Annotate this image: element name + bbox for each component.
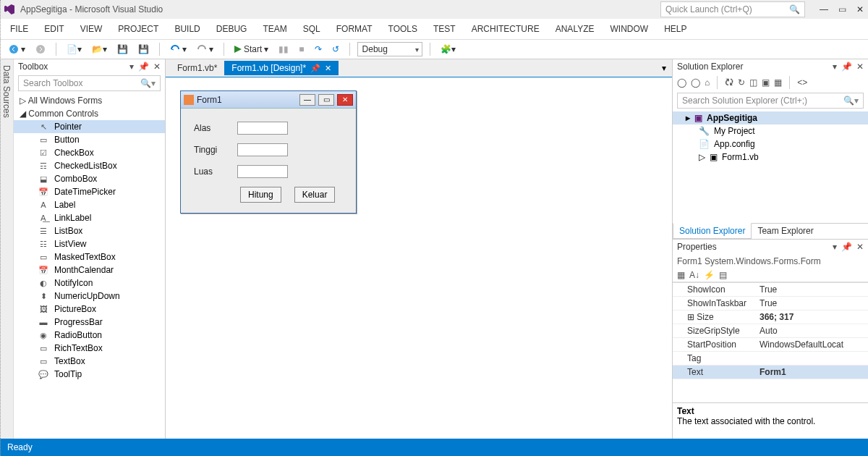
property-row[interactable]: ⊞ Size366; 317: [673, 311, 868, 324]
home-icon[interactable]: ⌂: [705, 77, 710, 88]
menu-file[interactable]: FILE: [10, 24, 28, 34]
toolbox-category[interactable]: ▷ All Windows Forms: [14, 94, 165, 107]
stop-button[interactable]: ■: [296, 43, 307, 56]
pin-icon[interactable]: 📌: [310, 64, 320, 73]
pin-icon[interactable]: 📌: [841, 62, 852, 72]
toolbox-item-checkedlistbox[interactable]: ☶CheckedListBox: [14, 159, 165, 172]
tab-overflow-icon[interactable]: ▾: [656, 63, 672, 73]
solution-item[interactable]: 🔧 My Project: [673, 124, 868, 138]
hitung-button[interactable]: Hitung: [240, 187, 281, 203]
toolbox-item-monthcalendar[interactable]: 📅MonthCalendar: [14, 263, 165, 276]
form-max-icon[interactable]: ▭: [318, 94, 334, 106]
save-all-button[interactable]: 💾: [135, 43, 152, 56]
toolbox-item-linklabel[interactable]: A͟LinkLabel: [14, 211, 165, 224]
start-button[interactable]: Start ▾: [231, 43, 271, 56]
step-into-button[interactable]: ↷: [312, 43, 325, 56]
toolbox-item-pointer[interactable]: ↖Pointer: [14, 120, 165, 133]
property-row[interactable]: ShowIconTrue: [673, 283, 868, 297]
panel-tab[interactable]: Team Explorer: [752, 224, 819, 239]
toolbox-item-listview[interactable]: ☷ListView: [14, 237, 165, 250]
properties-icon[interactable]: ▦: [774, 77, 782, 88]
dropdown-icon[interactable]: ▾: [833, 242, 837, 252]
menu-debug[interactable]: DEBUG: [216, 24, 247, 34]
solution-search[interactable]: Search Solution Explorer (Ctrl+;) 🔍▾: [677, 93, 864, 109]
solution-root[interactable]: ▸ ▣ AppSegitiga: [673, 111, 868, 124]
menu-build[interactable]: BUILD: [174, 24, 200, 34]
collapse-icon[interactable]: ▣: [762, 77, 770, 88]
keluar-button[interactable]: Keluar: [294, 187, 336, 203]
property-row[interactable]: TextForm1: [673, 366, 868, 379]
pin-icon[interactable]: 📌: [841, 242, 852, 252]
luas-input[interactable]: [237, 165, 288, 178]
property-row[interactable]: StartPositionWindowsDefaultLocat: [673, 338, 868, 352]
menu-view[interactable]: VIEW: [80, 24, 103, 34]
solution-item[interactable]: ▷ ▣ Form1.vb: [673, 151, 868, 164]
pin-icon[interactable]: 📌: [138, 62, 149, 72]
properties-object[interactable]: Form1 System.Windows.Forms.Form: [673, 254, 868, 269]
document-tab[interactable]: Form1.vb [Design]* 📌✕: [224, 61, 339, 75]
menu-architecture[interactable]: ARCHITECTURE: [472, 24, 540, 34]
sync-icon[interactable]: ↻: [738, 77, 745, 88]
config-dropdown[interactable]: Debug: [357, 42, 422, 56]
menu-tools[interactable]: TOOLS: [388, 24, 417, 34]
toolbox-item-numericupdown[interactable]: ⬍NumericUpDown: [14, 290, 165, 303]
toolbox-item-tooltip[interactable]: 💬ToolTip: [14, 368, 165, 381]
toolbox-item-richtextbox[interactable]: ▭RichTextBox: [14, 342, 165, 355]
nav-back-button[interactable]: ▾: [6, 43, 28, 56]
property-row[interactable]: ShowInTaskbarTrue: [673, 297, 868, 311]
refresh-icon[interactable]: 🗘: [725, 77, 733, 88]
tinggi-input[interactable]: [237, 143, 288, 156]
events-icon[interactable]: ⚡: [704, 270, 715, 280]
toolbox-item-maskedtextbox[interactable]: ▭MaskedTextBox: [14, 250, 165, 263]
categorized-icon[interactable]: ▦: [677, 270, 685, 280]
menu-project[interactable]: PROJECT: [118, 24, 158, 34]
code-view-icon[interactable]: <>: [797, 77, 807, 88]
close-panel-icon[interactable]: ✕: [856, 242, 864, 252]
panel-tab[interactable]: Solution Explorer: [673, 223, 752, 239]
form-min-icon[interactable]: —: [299, 94, 315, 106]
property-row[interactable]: Tag: [673, 352, 868, 366]
save-button[interactable]: 💾: [114, 43, 131, 56]
alphabetical-icon[interactable]: A↓: [689, 270, 699, 280]
dropdown-icon[interactable]: ▾: [129, 62, 134, 72]
toolbox-item-label[interactable]: ALabel: [14, 198, 165, 211]
toolbox-item-textbox[interactable]: ▭TextBox: [14, 355, 165, 368]
close-panel-icon[interactable]: ✕: [856, 62, 864, 72]
nav-fwd-icon[interactable]: ◯: [691, 77, 700, 88]
step-over-button[interactable]: ↺: [329, 43, 342, 56]
property-pages-icon[interactable]: ▤: [719, 270, 727, 280]
pause-button[interactable]: ▮▮: [276, 43, 292, 56]
toolbox-item-listbox[interactable]: ☰ListBox: [14, 224, 165, 237]
toolbox-item-notifyicon[interactable]: ◐NotifyIcon: [14, 276, 165, 290]
document-tab[interactable]: Form1.vb*: [170, 61, 224, 75]
quick-launch-input[interactable]: Quick Launch (Ctrl+Q) 🔍: [660, 1, 805, 17]
data-sources-tab[interactable]: Data Sources: [0, 59, 14, 439]
toolbox-item-progressbar[interactable]: ▬ProgressBar: [14, 316, 165, 329]
tab-close-icon[interactable]: ✕: [325, 64, 331, 73]
form-designer-window[interactable]: Form1 — ▭ ✕ AlasTinggiLuasHitungKeluar: [180, 90, 357, 214]
dropdown-icon[interactable]: ▾: [833, 62, 837, 72]
show-all-icon[interactable]: ◫: [749, 77, 757, 88]
minimize-icon[interactable]: —: [820, 4, 828, 14]
solution-item[interactable]: 📄 App.config: [673, 138, 868, 151]
menu-analyze[interactable]: ANALYZE: [556, 24, 595, 34]
close-panel-icon[interactable]: ✕: [153, 62, 161, 72]
toolbox-item-checkbox[interactable]: ☑CheckBox: [14, 146, 165, 159]
alas-input[interactable]: [237, 122, 288, 135]
toolbox-item-combobox[interactable]: ⬓ComboBox: [14, 172, 165, 185]
undo-button[interactable]: ▾: [167, 43, 190, 56]
menu-window[interactable]: WINDOW: [610, 24, 649, 34]
toolbox-category[interactable]: ◢ Common Controls: [14, 107, 165, 120]
form-close-icon[interactable]: ✕: [337, 94, 353, 106]
menu-edit[interactable]: EDIT: [44, 24, 64, 34]
menu-team[interactable]: TEAM: [263, 24, 286, 34]
toolbox-item-picturebox[interactable]: 🖼PictureBox: [14, 303, 165, 316]
menu-test[interactable]: TEST: [433, 24, 456, 34]
extension-button[interactable]: 🧩▾: [438, 43, 459, 56]
open-button[interactable]: 📂▾: [89, 43, 110, 56]
new-project-button[interactable]: 📄▾: [64, 43, 85, 56]
property-row[interactable]: SizeGripStyleAuto: [673, 324, 868, 338]
close-icon[interactable]: ✕: [856, 4, 864, 14]
nav-fwd-button[interactable]: [33, 43, 48, 56]
menu-format[interactable]: FORMAT: [336, 24, 373, 34]
